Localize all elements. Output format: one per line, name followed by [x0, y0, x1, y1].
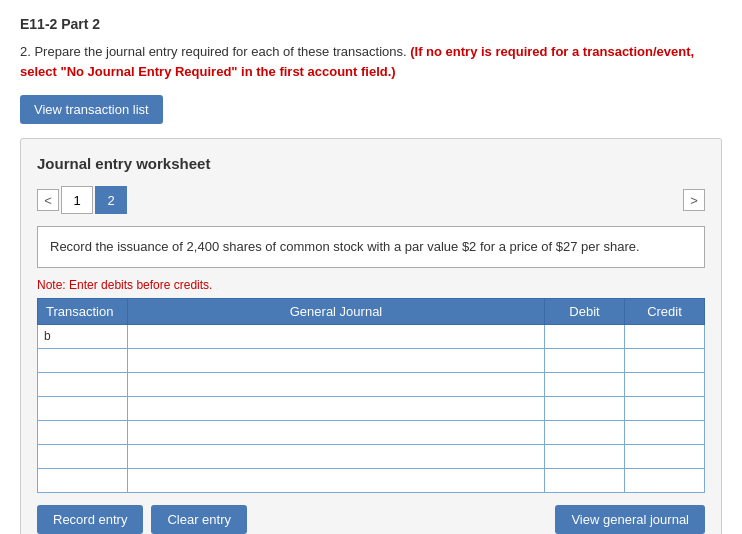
credit-field-0[interactable] — [625, 325, 704, 348]
credit-input-1[interactable] — [625, 348, 705, 372]
credit-input-0[interactable] — [625, 324, 705, 348]
table-row — [38, 348, 705, 372]
general-journal-input-1[interactable] — [128, 348, 545, 372]
credit-input-2[interactable] — [625, 372, 705, 396]
debit-field-3[interactable] — [545, 397, 624, 420]
instructions: 2. Prepare the journal entry required fo… — [20, 42, 722, 81]
transaction-label-1 — [38, 348, 128, 372]
credit-field-3[interactable] — [625, 397, 704, 420]
general-journal-input-5[interactable] — [128, 444, 545, 468]
general-journal-field-3[interactable] — [128, 397, 544, 420]
tab-1[interactable]: 1 — [61, 186, 93, 214]
transaction-label-4 — [38, 420, 128, 444]
debit-field-5[interactable] — [545, 445, 624, 468]
general-journal-field-0[interactable] — [128, 325, 544, 348]
entry-note: Note: Enter debits before credits. — [37, 278, 705, 292]
table-row — [38, 468, 705, 492]
credit-field-5[interactable] — [625, 445, 704, 468]
debit-input-4[interactable] — [545, 420, 625, 444]
transaction-label-0: b — [38, 324, 128, 348]
credit-input-4[interactable] — [625, 420, 705, 444]
credit-field-1[interactable] — [625, 349, 704, 372]
table-row — [38, 396, 705, 420]
journal-table: Transaction General Journal Debit Credit… — [37, 298, 705, 493]
table-row — [38, 372, 705, 396]
col-header-general-journal: General Journal — [128, 298, 545, 324]
col-header-credit: Credit — [625, 298, 705, 324]
debit-input-2[interactable] — [545, 372, 625, 396]
debit-input-3[interactable] — [545, 396, 625, 420]
prev-tab-button[interactable]: < — [37, 189, 59, 211]
action-buttons: Record entry Clear entry View general jo… — [37, 505, 705, 534]
credit-input-5[interactable] — [625, 444, 705, 468]
credit-input-3[interactable] — [625, 396, 705, 420]
debit-input-5[interactable] — [545, 444, 625, 468]
credit-input-6[interactable] — [625, 468, 705, 492]
clear-entry-button[interactable]: Clear entry — [151, 505, 247, 534]
credit-field-6[interactable] — [625, 469, 704, 492]
debit-field-2[interactable] — [545, 373, 624, 396]
table-row: b — [38, 324, 705, 348]
general-journal-field-6[interactable] — [128, 469, 544, 492]
col-header-transaction: Transaction — [38, 298, 128, 324]
transaction-label-5 — [38, 444, 128, 468]
col-header-debit: Debit — [545, 298, 625, 324]
general-journal-field-2[interactable] — [128, 373, 544, 396]
table-row — [38, 420, 705, 444]
tab-2[interactable]: 2 — [95, 186, 127, 214]
debit-input-0[interactable] — [545, 324, 625, 348]
general-journal-input-2[interactable] — [128, 372, 545, 396]
debit-input-1[interactable] — [545, 348, 625, 372]
transaction-description: Record the issuance of 2,400 shares of c… — [37, 226, 705, 268]
next-tab-button[interactable]: > — [683, 189, 705, 211]
view-general-journal-button[interactable]: View general journal — [555, 505, 705, 534]
tab-navigation: < 1 2 > — [37, 186, 705, 214]
page-title: E11-2 Part 2 — [20, 16, 722, 32]
journal-entry-worksheet: Journal entry worksheet < 1 2 > Record t… — [20, 138, 722, 534]
credit-field-2[interactable] — [625, 373, 704, 396]
worksheet-title: Journal entry worksheet — [37, 155, 705, 172]
transaction-label-2 — [38, 372, 128, 396]
credit-field-4[interactable] — [625, 421, 704, 444]
general-journal-input-4[interactable] — [128, 420, 545, 444]
table-row — [38, 444, 705, 468]
debit-field-0[interactable] — [545, 325, 624, 348]
view-transaction-button[interactable]: View transaction list — [20, 95, 163, 124]
general-journal-input-0[interactable] — [128, 324, 545, 348]
general-journal-field-1[interactable] — [128, 349, 544, 372]
debit-field-1[interactable] — [545, 349, 624, 372]
general-journal-input-3[interactable] — [128, 396, 545, 420]
record-entry-button[interactable]: Record entry — [37, 505, 143, 534]
debit-input-6[interactable] — [545, 468, 625, 492]
general-journal-input-6[interactable] — [128, 468, 545, 492]
general-journal-field-5[interactable] — [128, 445, 544, 468]
debit-field-6[interactable] — [545, 469, 624, 492]
debit-field-4[interactable] — [545, 421, 624, 444]
general-journal-field-4[interactable] — [128, 421, 544, 444]
transaction-label-3 — [38, 396, 128, 420]
transaction-label-6 — [38, 468, 128, 492]
